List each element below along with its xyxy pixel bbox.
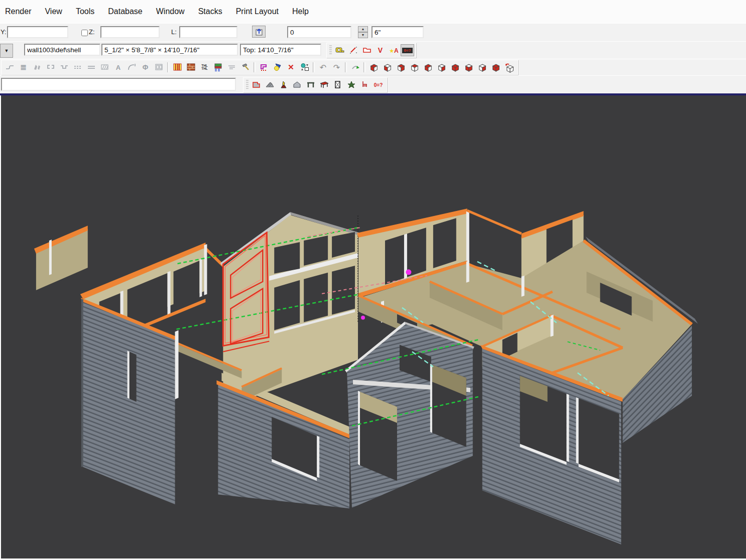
light-fixture-button[interactable] <box>277 79 290 91</box>
wall-name-field[interactable] <box>24 44 100 56</box>
letter-v-button[interactable]: V <box>374 44 387 56</box>
deck-table-button[interactable] <box>317 79 331 91</box>
roof-plan-button[interactable] <box>290 79 304 91</box>
angle-measure-icon <box>348 45 358 55</box>
menu-tools[interactable]: Tools <box>76 7 94 16</box>
roof-plan-icon <box>292 80 302 90</box>
plan-outline-button[interactable] <box>250 79 263 91</box>
window-elevation-button[interactable] <box>331 79 344 91</box>
wall-top-field[interactable] <box>240 44 321 56</box>
plant-icon <box>346 80 356 90</box>
model-viewport[interactable] <box>0 95 746 560</box>
hatch-box-icon <box>100 62 110 72</box>
dashed-line-button[interactable] <box>71 61 84 73</box>
window-schedule-button[interactable] <box>171 61 184 73</box>
wall-patch-icon <box>32 62 42 72</box>
hatch-box-button[interactable] <box>98 61 111 73</box>
diameter-button[interactable]: Φ <box>139 61 152 73</box>
view-cube-5-button[interactable] <box>421 61 435 73</box>
estimate-display-button[interactable]: 0=? <box>401 44 414 56</box>
furniture-chair-button[interactable] <box>358 79 371 91</box>
swap-replace-button[interactable] <box>298 61 311 73</box>
corner-wall-button[interactable] <box>257 61 271 73</box>
z-checkbox[interactable] <box>81 30 88 36</box>
plant-button[interactable] <box>344 79 358 91</box>
letter-v-icon: V <box>378 46 383 54</box>
text-a-icon: A <box>116 64 120 71</box>
undo-button[interactable]: ↶ <box>316 61 330 73</box>
wall-schedule-button[interactable] <box>184 61 198 73</box>
delete-button[interactable]: ✕ <box>284 61 298 73</box>
angle-measure-button[interactable] <box>346 44 360 56</box>
estimate-button[interactable]: 0=? <box>371 79 385 91</box>
redo-button[interactable]: ↷ <box>330 61 343 73</box>
redo-icon: ↷ <box>333 63 340 72</box>
menu-view[interactable]: View <box>45 7 62 16</box>
estimate-icon: 0=? <box>374 82 383 88</box>
spinner-up-button[interactable]: ▲ <box>358 26 368 32</box>
view-cube-4-button[interactable] <box>408 61 421 73</box>
view-cube-2-button[interactable] <box>381 61 394 73</box>
offset-line-button[interactable] <box>3 61 17 73</box>
deck-table-icon <box>319 80 329 90</box>
window-schedule-icon <box>173 62 183 72</box>
thl-table-button[interactable]: THLTHL <box>198 61 211 73</box>
view-cube-6-button[interactable] <box>435 61 448 73</box>
view-cube-7-icon <box>450 62 461 73</box>
menu-render[interactable]: Render <box>5 7 31 16</box>
tape-measure-button[interactable] <box>333 44 346 56</box>
hammer-button[interactable] <box>238 61 252 73</box>
view-cube-6-icon <box>436 62 447 73</box>
corner-wall-icon <box>259 62 269 72</box>
view-cube-3-button[interactable] <box>394 61 408 73</box>
menu-stacks[interactable]: Stacks <box>198 7 222 16</box>
wall-dimensions-field[interactable] <box>101 44 238 56</box>
view-cube-7-button[interactable] <box>448 61 462 73</box>
spinner-down-button[interactable]: ▼ <box>358 32 368 38</box>
menu-print-layout[interactable]: Print Layout <box>236 7 279 16</box>
roof-ramp-button[interactable] <box>263 79 277 91</box>
toolbar-handle[interactable] <box>329 45 332 55</box>
double-line-button[interactable] <box>84 61 98 73</box>
view-previous-button[interactable] <box>503 61 516 73</box>
folder-icon <box>362 45 372 55</box>
note-lines-button[interactable] <box>225 61 238 73</box>
status-input[interactable] <box>1 78 236 91</box>
level-up-button[interactable] <box>252 26 266 38</box>
thl-table-icon: THLTHL <box>201 64 208 70</box>
text-a-button[interactable]: A <box>111 61 125 73</box>
toolbar-handle[interactable] <box>246 80 248 90</box>
table-button[interactable] <box>304 79 317 91</box>
estimate-icon: 0=? <box>402 48 412 53</box>
menu-database[interactable]: Database <box>108 7 143 16</box>
view-cube-8-button[interactable] <box>462 61 475 73</box>
view-cube-10-button[interactable] <box>489 61 503 73</box>
menu-window[interactable]: Window <box>156 7 185 16</box>
wall-patch-button[interactable] <box>30 61 44 73</box>
rotation-input[interactable] <box>287 26 351 38</box>
channel-button[interactable] <box>57 61 71 73</box>
z-input[interactable] <box>100 26 160 38</box>
selection-marker[interactable] <box>406 269 411 275</box>
height-input[interactable] <box>371 26 424 38</box>
delete-x-icon: ✕ <box>288 63 294 72</box>
wall-selector-dropdown[interactable]: ▼ <box>0 44 13 58</box>
cabinet-button[interactable] <box>152 61 166 73</box>
redo-alt-button[interactable] <box>348 61 362 73</box>
brackets-button[interactable] <box>44 61 57 73</box>
undo-icon: ↶ <box>320 63 326 72</box>
material-list-button[interactable] <box>211 61 225 73</box>
menu-help[interactable]: Help <box>292 7 309 16</box>
selection-marker[interactable] <box>361 316 365 320</box>
toolbar-separator <box>254 62 256 72</box>
arc-corner-button[interactable] <box>125 61 139 73</box>
house-3d-model <box>1 95 746 558</box>
shape-circle-button[interactable] <box>271 61 284 73</box>
l-input[interactable] <box>179 26 237 38</box>
star-a-button[interactable]: ★A <box>387 44 401 56</box>
multiline-button[interactable]: ≣ <box>17 61 30 73</box>
view-cube-1-button[interactable] <box>367 61 381 73</box>
view-cube-9-button[interactable] <box>475 61 489 73</box>
y-input[interactable] <box>7 26 68 38</box>
folder-button[interactable] <box>360 44 374 56</box>
